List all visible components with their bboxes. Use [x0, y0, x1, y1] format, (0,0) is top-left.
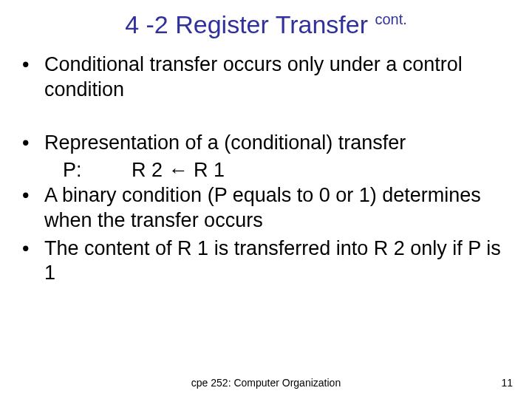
bullet-text: A binary condition (P equals to 0 or 1) …: [44, 183, 510, 233]
bullet-dot-icon: •: [22, 52, 44, 103]
title-superscript: cont.: [375, 11, 406, 27]
bullet-item: • The content of R 1 is transferred into…: [22, 236, 510, 287]
bullet-item: • Representation of a (conditional) tran…: [22, 131, 510, 156]
bullet-dot-icon: •: [22, 183, 44, 233]
slide: 4 -2 Register Transfer cont. • Condition…: [0, 0, 532, 399]
footer-page-number: 11: [501, 377, 513, 389]
bullet-item: • A binary condition (P equals to 0 or 1…: [22, 183, 510, 233]
slide-title: 4 -2 Register Transfer cont.: [0, 0, 532, 45]
bullet-text: The content of R 1 is transferred into R…: [44, 236, 510, 287]
bullet-text: Representation of a (conditional) transf…: [44, 131, 510, 156]
slide-content: • Conditional transfer occurs only under…: [0, 45, 532, 286]
bullet-dot-icon: •: [22, 131, 44, 156]
spacer: [22, 106, 510, 131]
bullet-text: Conditional transfer occurs only under a…: [44, 52, 510, 103]
transfer-notation: P: R 2 ← R 1: [63, 159, 225, 181]
bullet-subline: P: R 2 ← R 1: [22, 158, 510, 183]
bullet-dot-icon: •: [22, 236, 44, 287]
bullet-item: • Conditional transfer occurs only under…: [22, 52, 510, 103]
title-main: 4 -2 Register Transfer: [125, 10, 375, 38]
footer-course: cpe 252: Computer Organization: [0, 377, 532, 389]
